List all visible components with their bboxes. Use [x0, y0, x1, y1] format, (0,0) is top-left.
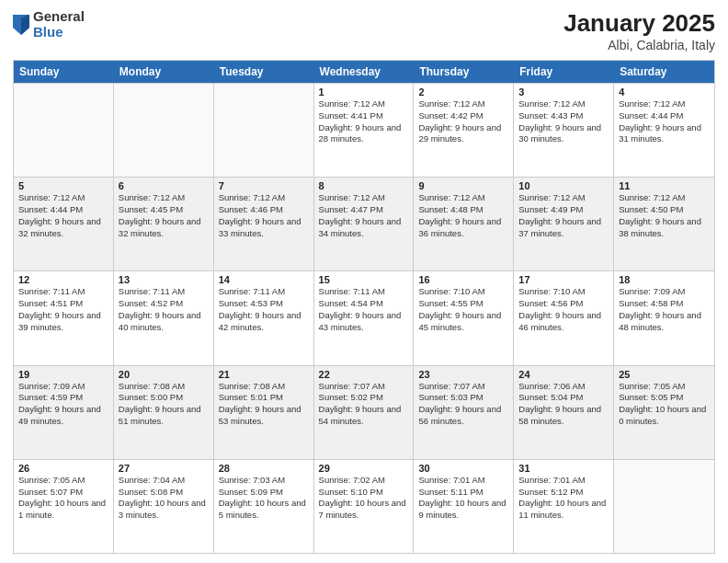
day-number: 31: [518, 463, 609, 474]
day-info: Sunrise: 7:08 AM Sunset: 5:00 PM Dayligh…: [119, 381, 209, 428]
day-info: Sunrise: 7:07 AM Sunset: 5:03 PM Dayligh…: [418, 381, 508, 428]
calendar-cell: 9Sunrise: 7:12 AM Sunset: 4:48 PM Daylig…: [414, 178, 514, 270]
day-info: Sunrise: 7:12 AM Sunset: 4:41 PM Dayligh…: [319, 98, 409, 145]
calendar-cell: 31Sunrise: 7:01 AM Sunset: 5:12 PM Dayli…: [514, 460, 614, 553]
calendar-header-cell: Tuesday: [214, 61, 314, 83]
calendar-cell: 6Sunrise: 7:12 AM Sunset: 4:45 PM Daylig…: [114, 178, 214, 270]
calendar-cell: 16Sunrise: 7:10 AM Sunset: 4:55 PM Dayli…: [414, 271, 514, 364]
day-info: Sunrise: 7:12 AM Sunset: 4:49 PM Dayligh…: [518, 192, 609, 239]
day-info: Sunrise: 7:02 AM Sunset: 5:10 PM Dayligh…: [319, 475, 409, 522]
day-number: 3: [518, 86, 609, 98]
day-number: 1: [319, 86, 409, 98]
day-number: 4: [619, 86, 710, 98]
day-info: Sunrise: 7:10 AM Sunset: 4:55 PM Dayligh…: [418, 286, 508, 333]
calendar-cell: 5Sunrise: 7:12 AM Sunset: 4:44 PM Daylig…: [14, 178, 114, 270]
calendar-cell: 27Sunrise: 7:04 AM Sunset: 5:08 PM Dayli…: [114, 460, 214, 553]
page: General Blue January 2025 Albi, Calabria…: [0, 0, 728, 563]
calendar-cell: 23Sunrise: 7:07 AM Sunset: 5:03 PM Dayli…: [414, 366, 514, 459]
day-number: 30: [418, 463, 508, 474]
day-number: 20: [119, 369, 209, 380]
day-info: Sunrise: 7:06 AM Sunset: 5:04 PM Dayligh…: [518, 381, 609, 428]
day-info: Sunrise: 7:12 AM Sunset: 4:42 PM Dayligh…: [418, 98, 508, 145]
calendar-cell: 19Sunrise: 7:09 AM Sunset: 4:59 PM Dayli…: [14, 366, 114, 459]
day-info: Sunrise: 7:12 AM Sunset: 4:50 PM Dayligh…: [619, 192, 710, 239]
calendar-cell: 17Sunrise: 7:10 AM Sunset: 4:56 PM Dayli…: [514, 271, 614, 364]
day-number: 16: [418, 274, 508, 285]
calendar-cell: 11Sunrise: 7:12 AM Sunset: 4:50 PM Dayli…: [614, 178, 714, 270]
page-subtitle: Albi, Calabria, Italy: [563, 38, 715, 52]
day-number: 14: [219, 274, 309, 285]
day-info: Sunrise: 7:08 AM Sunset: 5:01 PM Dayligh…: [219, 381, 309, 428]
calendar-row: 5Sunrise: 7:12 AM Sunset: 4:44 PM Daylig…: [14, 177, 714, 270]
calendar-cell: 30Sunrise: 7:01 AM Sunset: 5:11 PM Dayli…: [414, 460, 514, 553]
calendar-cell: 25Sunrise: 7:05 AM Sunset: 5:05 PM Dayli…: [614, 366, 714, 459]
calendar-cell: 18Sunrise: 7:09 AM Sunset: 4:58 PM Dayli…: [614, 271, 714, 364]
calendar-cell: 10Sunrise: 7:12 AM Sunset: 4:49 PM Dayli…: [514, 178, 614, 270]
title-block: January 2025 Albi, Calabria, Italy: [563, 9, 715, 52]
day-number: 29: [319, 463, 409, 474]
calendar-row: 1Sunrise: 7:12 AM Sunset: 4:41 PM Daylig…: [14, 83, 714, 177]
day-info: Sunrise: 7:01 AM Sunset: 5:12 PM Dayligh…: [518, 475, 609, 522]
calendar-cell: 4Sunrise: 7:12 AM Sunset: 4:44 PM Daylig…: [614, 84, 714, 177]
calendar-cell: 22Sunrise: 7:07 AM Sunset: 5:02 PM Dayli…: [314, 366, 415, 459]
calendar-cell: 20Sunrise: 7:08 AM Sunset: 5:00 PM Dayli…: [114, 366, 214, 459]
calendar-body: 1Sunrise: 7:12 AM Sunset: 4:41 PM Daylig…: [14, 83, 714, 553]
logo-general-label: General: [33, 9, 85, 25]
day-number: 9: [418, 180, 508, 191]
day-info: Sunrise: 7:01 AM Sunset: 5:11 PM Dayligh…: [418, 475, 508, 522]
day-info: Sunrise: 7:05 AM Sunset: 5:07 PM Dayligh…: [18, 475, 108, 522]
calendar-header-cell: Saturday: [614, 61, 714, 83]
day-info: Sunrise: 7:09 AM Sunset: 4:59 PM Dayligh…: [18, 381, 108, 428]
calendar-header-cell: Monday: [114, 61, 214, 83]
day-number: 2: [418, 86, 508, 98]
day-number: 21: [219, 369, 309, 380]
day-info: Sunrise: 7:12 AM Sunset: 4:46 PM Dayligh…: [219, 192, 309, 239]
day-number: 25: [619, 369, 710, 380]
calendar-cell: 1Sunrise: 7:12 AM Sunset: 4:41 PM Daylig…: [314, 84, 415, 177]
calendar-header-cell: Sunday: [14, 61, 114, 83]
calendar-cell: 15Sunrise: 7:11 AM Sunset: 4:54 PM Dayli…: [314, 271, 415, 364]
day-info: Sunrise: 7:03 AM Sunset: 5:09 PM Dayligh…: [219, 475, 309, 522]
day-number: 11: [619, 180, 710, 191]
day-number: 26: [18, 463, 108, 474]
day-number: 22: [319, 369, 409, 380]
calendar-cell: [214, 84, 314, 177]
day-info: Sunrise: 7:05 AM Sunset: 5:05 PM Dayligh…: [619, 381, 710, 428]
calendar-row: 12Sunrise: 7:11 AM Sunset: 4:51 PM Dayli…: [14, 270, 714, 364]
day-number: 28: [219, 463, 309, 474]
calendar-cell: 12Sunrise: 7:11 AM Sunset: 4:51 PM Dayli…: [14, 271, 114, 364]
day-number: 23: [418, 369, 508, 380]
calendar-header: SundayMondayTuesdayWednesdayThursdayFrid…: [14, 61, 714, 83]
day-info: Sunrise: 7:12 AM Sunset: 4:43 PM Dayligh…: [518, 98, 609, 145]
calendar-row: 26Sunrise: 7:05 AM Sunset: 5:07 PM Dayli…: [14, 459, 714, 553]
page-title: January 2025: [563, 9, 715, 38]
day-number: 27: [119, 463, 209, 474]
calendar-header-cell: Wednesday: [314, 61, 415, 83]
day-info: Sunrise: 7:11 AM Sunset: 4:51 PM Dayligh…: [18, 286, 108, 333]
day-number: 8: [319, 180, 409, 191]
calendar-cell: 14Sunrise: 7:11 AM Sunset: 4:53 PM Dayli…: [214, 271, 314, 364]
day-info: Sunrise: 7:07 AM Sunset: 5:02 PM Dayligh…: [319, 381, 409, 428]
day-info: Sunrise: 7:11 AM Sunset: 4:53 PM Dayligh…: [219, 286, 309, 333]
calendar-cell: 13Sunrise: 7:11 AM Sunset: 4:52 PM Dayli…: [114, 271, 214, 364]
calendar: SundayMondayTuesdayWednesdayThursdayFrid…: [13, 60, 715, 554]
day-info: Sunrise: 7:10 AM Sunset: 4:56 PM Dayligh…: [518, 286, 609, 333]
day-number: 7: [219, 180, 309, 191]
calendar-header-cell: Friday: [514, 61, 614, 83]
day-info: Sunrise: 7:12 AM Sunset: 4:48 PM Dayligh…: [418, 192, 508, 239]
calendar-cell: 24Sunrise: 7:06 AM Sunset: 5:04 PM Dayli…: [514, 366, 614, 459]
logo-text: General Blue: [33, 9, 85, 40]
calendar-cell: 21Sunrise: 7:08 AM Sunset: 5:01 PM Dayli…: [214, 366, 314, 459]
calendar-cell: [614, 460, 714, 553]
day-number: 19: [18, 369, 108, 380]
day-number: 6: [119, 180, 209, 191]
day-number: 13: [119, 274, 209, 285]
header: General Blue January 2025 Albi, Calabria…: [13, 9, 715, 52]
day-info: Sunrise: 7:12 AM Sunset: 4:47 PM Dayligh…: [319, 192, 409, 239]
day-number: 15: [319, 274, 409, 285]
calendar-cell: 2Sunrise: 7:12 AM Sunset: 4:42 PM Daylig…: [414, 84, 514, 177]
day-number: 12: [18, 274, 108, 285]
day-info: Sunrise: 7:11 AM Sunset: 4:52 PM Dayligh…: [119, 286, 209, 333]
logo-icon: [13, 15, 29, 35]
day-info: Sunrise: 7:12 AM Sunset: 4:44 PM Dayligh…: [18, 192, 108, 239]
